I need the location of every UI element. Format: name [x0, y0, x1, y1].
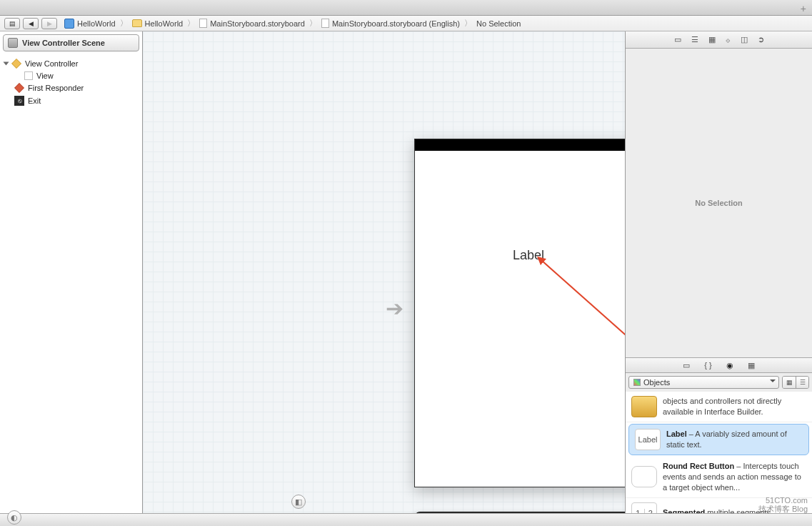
footer-bar	[0, 513, 812, 526]
outline-toggle-button[interactable]: ◧	[291, 495, 306, 509]
view-controller-icon	[11, 59, 21, 69]
library-filter-label: Objects	[643, 378, 670, 387]
library-thumb-icon	[631, 396, 657, 417]
outline-tree: View Controller View First Responder ⎋ E…	[0, 54, 142, 110]
first-responder-icon	[14, 83, 24, 93]
scene-header-label: View Controller Scene	[22, 39, 105, 47]
file-template-library-tab-icon[interactable]: ▭	[683, 361, 690, 370]
exit-icon: ⎋	[14, 96, 24, 106]
crumb-label: MainStoryboard.storyboard	[210, 19, 305, 28]
scene-view[interactable]: Label	[414, 139, 625, 487]
view-icon	[24, 71, 33, 80]
library-thumb-button	[631, 466, 657, 487]
canvas[interactable]: ➔ Label ⎋ ◧ ⫞ ⊞ △ − = +	[143, 31, 625, 513]
attributes-inspector-tab-icon[interactable]: ⟐	[726, 36, 731, 44]
project-icon	[64, 19, 74, 29]
outline-view[interactable]: View	[4, 70, 138, 81]
library-tab-bar: ▭ { } ◉ ▦	[626, 357, 812, 373]
watermark: 51CTO.com 技术博客 Blog	[758, 496, 808, 513]
inspector-body: No Selection	[626, 49, 812, 357]
jump-bar[interactable]: ▤ ◀ ▶ HelloWorld 〉 HelloWorld 〉 MainStor…	[0, 16, 812, 31]
crumb-group[interactable]: HelloWorld	[129, 19, 186, 28]
library-item-button[interactable]: Round Rect Button – Intercepts touch eve…	[626, 457, 812, 498]
outline-exit[interactable]: ⎋ Exit	[4, 94, 138, 107]
quick-help-tab-icon[interactable]: ☰	[691, 35, 698, 44]
utilities-panel: ▭ ☰ ▦ ⟐ ◫ ➲ No Selection ▭ { } ◉ ▦ Objec…	[625, 31, 812, 513]
uilabel[interactable]: Label	[415, 248, 625, 263]
library-filter-row: Objects ▦ ☰	[626, 373, 812, 392]
initial-scene-arrow-icon[interactable]: ➔	[386, 296, 404, 321]
forward-button[interactable]: ▶	[41, 18, 57, 29]
file-icon	[199, 19, 207, 28]
library-item-label[interactable]: Label Label – A variably sized amount of…	[628, 424, 809, 455]
xcode-window: { "breadcrumbs":{ "items":["HelloWorld",…	[0, 0, 812, 526]
folder-icon	[132, 19, 142, 27]
identity-inspector-tab-icon[interactable]: ▦	[708, 35, 716, 44]
body-row: View Controller Scene View Controller Vi…	[0, 31, 812, 513]
library-item-text: Label – A variably sized amount of stati…	[666, 429, 803, 450]
library-item-text: objects and controllers not directly ava…	[663, 396, 806, 417]
crumb-label: HelloWorld	[145, 19, 184, 28]
crumb-label: HelloWorld	[77, 19, 116, 28]
library-item-text: Round Rect Button – Intercepts touch eve…	[663, 461, 806, 493]
back-button[interactable]: ◀	[23, 18, 39, 29]
file-inspector-tab-icon[interactable]: ▭	[674, 35, 681, 44]
library-view-mode: ▦ ☰	[782, 376, 809, 389]
scene-dock[interactable]: ⎋	[414, 512, 625, 513]
library-item-custom-objects[interactable]: objects and controllers not directly ava…	[626, 392, 812, 422]
object-library-list[interactable]: objects and controllers not directly ava…	[626, 392, 812, 513]
size-inspector-tab-icon[interactable]: ◫	[741, 35, 748, 44]
nav-history-group: ▤ ◀ ▶	[4, 18, 57, 29]
inspector-tab-bar: ▭ ☰ ▦ ⟐ ◫ ➲	[626, 31, 812, 49]
scene-icon	[8, 38, 18, 48]
outline-label: View Controller	[25, 59, 78, 68]
outline-label: View	[36, 71, 54, 80]
library-thumb-label: Label	[635, 429, 661, 450]
crumb-label: No Selection	[476, 19, 521, 28]
no-selection-label: No Selection	[695, 199, 743, 207]
document-outline: View Controller Scene View Controller Vi…	[0, 31, 143, 513]
code-snippet-library-tab-icon[interactable]: { }	[704, 361, 711, 369]
crumb-localization[interactable]: MainStoryboard.storyboard (English)	[319, 19, 463, 28]
status-button[interactable]: ◐	[7, 510, 21, 525]
library-filter-popup[interactable]: Objects	[628, 376, 779, 389]
window-titlebar: +	[0, 0, 812, 16]
connections-inspector-tab-icon[interactable]: ➲	[758, 35, 764, 44]
status-bar	[415, 139, 625, 151]
crumb-selection[interactable]: No Selection	[473, 19, 523, 28]
disclosure-triangle-icon[interactable]	[4, 62, 9, 66]
add-tab-button[interactable]: +	[801, 3, 806, 14]
object-library-tab-icon[interactable]: ◉	[726, 361, 733, 370]
grid-view-button[interactable]: ▦	[783, 377, 796, 388]
crumb-project[interactable]: HelloWorld	[61, 19, 119, 29]
library-swatch-icon	[633, 379, 641, 386]
outline-label: First Responder	[28, 84, 84, 92]
library-thumb-segmented: 12	[631, 502, 657, 513]
crumb-file[interactable]: MainStoryboard.storyboard	[196, 19, 308, 28]
list-view-button[interactable]: ☰	[796, 377, 808, 388]
related-items-button[interactable]: ▤	[4, 18, 20, 29]
file-icon	[321, 19, 329, 28]
crumb-label: MainStoryboard.storyboard (English)	[332, 19, 460, 28]
media-library-tab-icon[interactable]: ▦	[748, 361, 755, 370]
scene-header[interactable]: View Controller Scene	[3, 34, 139, 51]
outline-view-controller[interactable]: View Controller	[4, 57, 138, 70]
outline-first-responder[interactable]: First Responder	[4, 81, 138, 94]
outline-label: Exit	[28, 96, 41, 105]
